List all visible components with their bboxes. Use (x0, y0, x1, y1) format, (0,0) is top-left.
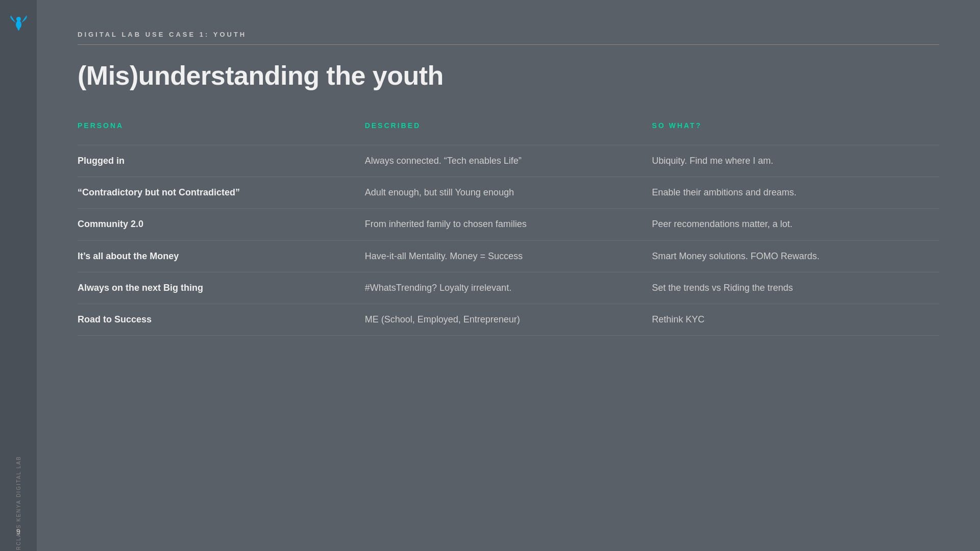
cell-persona-3: It’s all about the Money (78, 250, 365, 263)
table-row: Community 2.0From inherited family to ch… (78, 208, 939, 240)
cell-sowhat-3: Smart Money solutions. FOMO Rewards. (652, 250, 939, 263)
sidebar: BARCLAYS KENYA DIGITAL LAB 9 (0, 0, 37, 551)
col-header-described: DESCRIBED (365, 121, 652, 130)
svg-point-0 (16, 20, 21, 29)
cell-sowhat-5: Rethink KYC (652, 313, 939, 326)
table-row: It’s all about the MoneyHave-it-all Ment… (78, 240, 939, 272)
table-body: Plugged inAlways connected. “Tech enable… (78, 145, 939, 336)
cell-persona-5: Road to Success (78, 313, 365, 326)
sidebar-vertical-text: BARCLAYS KENYA DIGITAL LAB (16, 456, 21, 551)
cell-described-3: Have-it-all Mentality. Money = Success (365, 250, 652, 263)
cell-sowhat-1: Enable their ambitions and dreams. (652, 186, 939, 199)
cell-persona-4: Always on the next Big thing (78, 282, 365, 294)
logo-container (6, 10, 31, 36)
cell-described-4: #WhatsTrending? Loyalty irrelevant. (365, 282, 652, 294)
cell-sowhat-0: Ubiquity. Find me where I am. (652, 155, 939, 167)
barclays-logo (7, 12, 30, 35)
table-row: Plugged inAlways connected. “Tech enable… (78, 145, 939, 177)
col-header-persona: PERSONA (78, 121, 365, 130)
header-divider (78, 44, 939, 45)
table-container: PERSONA DESCRIBED SO WHAT? Plugged inAlw… (78, 121, 939, 531)
cell-described-1: Adult enough, but still Young enough (365, 186, 652, 199)
cell-persona-0: Plugged in (78, 155, 365, 167)
table-row: Always on the next Big thing#WhatsTrendi… (78, 272, 939, 304)
cell-described-5: ME (School, Employed, Entrepreneur) (365, 313, 652, 326)
cell-described-2: From inherited family to chosen families (365, 218, 652, 231)
cell-persona-1: “Contradictory but not Contradicted” (78, 186, 365, 199)
table-header: PERSONA DESCRIBED SO WHAT? (78, 121, 939, 130)
main-content: DIGITAL LAB USE CASE 1: YOUTH (Mis)under… (37, 0, 980, 551)
cell-sowhat-2: Peer recomendations matter, a lot. (652, 218, 939, 231)
header: DIGITAL LAB USE CASE 1: YOUTH (Mis)under… (78, 31, 939, 111)
table-row: “Contradictory but not Contradicted”Adul… (78, 177, 939, 208)
main-title: (Mis)understanding the youth (78, 60, 939, 91)
page-number: 9 (16, 528, 20, 536)
cell-sowhat-4: Set the trends vs Riding the trends (652, 282, 939, 294)
table-row: Road to SuccessME (School, Employed, Ent… (78, 304, 939, 336)
cell-persona-2: Community 2.0 (78, 218, 365, 231)
col-header-sowhat: SO WHAT? (652, 121, 939, 130)
subtitle: DIGITAL LAB USE CASE 1: YOUTH (78, 31, 939, 38)
cell-described-0: Always connected. “Tech enables Life” (365, 155, 652, 167)
